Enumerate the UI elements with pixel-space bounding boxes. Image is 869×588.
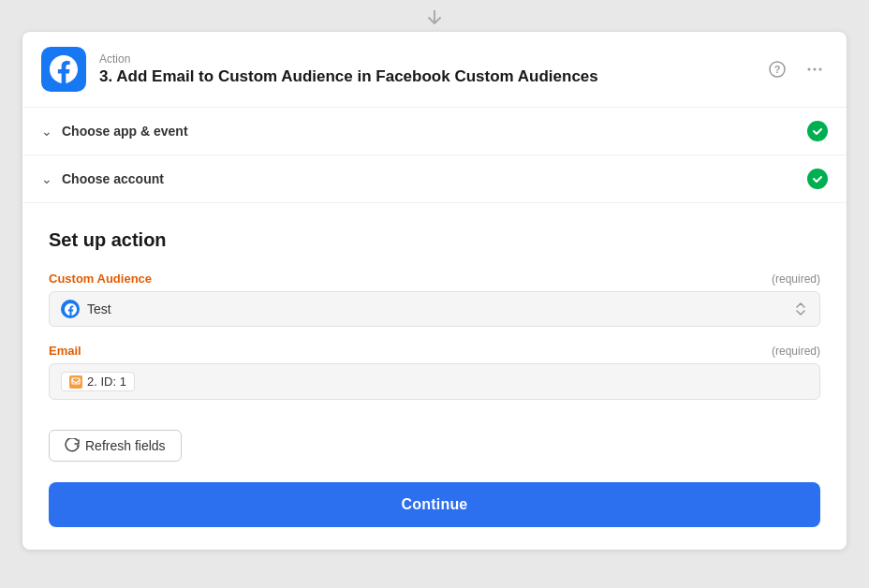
check-circle-account (807, 169, 828, 189)
chevron-icon: ⌄ (41, 124, 52, 139)
custom-audience-field-group: Custom Audience (required) Test (49, 272, 820, 327)
setup-title: Set up action (49, 229, 820, 251)
refresh-fields-button[interactable]: Refresh fields (49, 430, 182, 462)
chevron-icon-2: ⌄ (41, 171, 52, 186)
email-label: Email (49, 344, 81, 358)
custom-audience-value: Test (87, 301, 793, 316)
custom-audience-required: (required) (772, 272, 820, 286)
refresh-fields-label: Refresh fields (85, 438, 166, 453)
header-icons: ? (764, 56, 828, 82)
help-button[interactable]: ? (764, 56, 790, 82)
down-arrow-icon (427, 9, 442, 28)
header-title: 3. Add Email to Custom Audience in Faceb… (99, 67, 751, 86)
custom-audience-field-header: Custom Audience (required) (49, 272, 820, 286)
chip-icon (69, 375, 82, 389)
email-required: (required) (772, 345, 820, 358)
svg-text:?: ? (774, 64, 781, 75)
select-arrows-icon (793, 300, 808, 318)
header-text: Action 3. Add Email to Custom Audience i… (99, 52, 751, 86)
email-field-header: Email (required) (49, 344, 820, 358)
email-chip: 2. ID: 1 (61, 372, 135, 391)
select-fb-icon (61, 300, 80, 318)
card-header: Action 3. Add Email to Custom Audience i… (22, 32, 847, 108)
continue-button[interactable]: Continue (49, 482, 820, 527)
chip-label: 2. ID: 1 (87, 375, 126, 389)
page-wrapper: Action 3. Add Email to Custom Audience i… (0, 0, 869, 588)
choose-account-label: Choose account (62, 171, 807, 186)
more-options-button[interactable] (802, 56, 828, 82)
custom-audience-label: Custom Audience (49, 272, 152, 286)
choose-account-section[interactable]: ⌄ Choose account (22, 155, 847, 203)
action-label: Action (99, 52, 751, 66)
setup-section: Set up action Custom Audience (required)… (22, 203, 847, 550)
svg-point-3 (814, 68, 817, 71)
continue-label: Continue (402, 496, 468, 512)
choose-app-event-label: Choose app & event (62, 124, 807, 139)
svg-point-4 (819, 68, 822, 71)
custom-audience-select[interactable]: Test (49, 291, 820, 327)
action-card: Action 3. Add Email to Custom Audience i… (22, 32, 847, 550)
facebook-icon (41, 47, 86, 92)
email-field-group: Email (required) 2. ID: 1 (49, 344, 820, 400)
svg-point-2 (808, 68, 811, 71)
email-field[interactable]: 2. ID: 1 (49, 363, 820, 400)
choose-app-event-section[interactable]: ⌄ Choose app & event (22, 108, 847, 155)
check-circle-app-event (807, 121, 828, 141)
